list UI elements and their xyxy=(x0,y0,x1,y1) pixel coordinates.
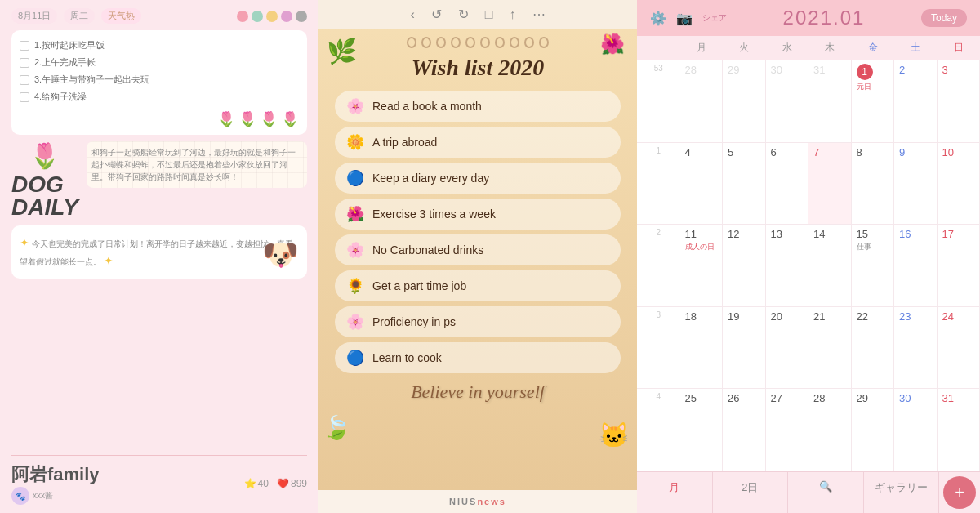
family-sub: 🐾 xxx酱 xyxy=(11,487,100,505)
believe-text: Believe in yourself xyxy=(335,381,621,403)
cal-day-jan6[interactable]: 6 xyxy=(766,143,809,225)
color-dots xyxy=(237,11,307,22)
calendar-grid: 月 火 水 木 金 土 日 53 28 29 30 31 1 元日 2 3 xyxy=(637,36,980,471)
footer-btn-gallery[interactable]: ギャラリー xyxy=(864,472,940,513)
cal-icons: ⚙️ 📷 シェア xyxy=(650,11,727,26)
family-section: 阿岩family 🐾 xxx酱 ⭐ 40 ❤️ 899 xyxy=(11,455,307,505)
wishlist-content: 🌿 🌺 🍃 🐱 Wish list 2020 🌸 Read a book a m… xyxy=(318,29,637,490)
cal-day-jan29[interactable]: 29 xyxy=(852,389,895,471)
cal-day-jan17[interactable]: 17 xyxy=(938,225,981,306)
left-panel: 8月11日 周二 天气热 1.按时起床吃早饭 2.上午完成手帐 3.午睡主与带狗… xyxy=(0,0,318,513)
checklist-item-3[interactable]: 3.午睡主与带狗子一起出去玩 xyxy=(20,71,299,88)
wish-text-5: No Carbonated drinks xyxy=(372,243,483,256)
cal-day-jan4[interactable]: 4 xyxy=(680,143,724,225)
nius-footer: NIUSnews xyxy=(318,490,637,513)
wish-icon-8: 🔵 xyxy=(346,349,364,367)
search-icon: 🔍 xyxy=(819,480,832,493)
cal-day-jan11[interactable]: 11 成人の日 xyxy=(680,225,724,306)
wish-icon-2: 🌼 xyxy=(346,133,364,151)
spiral-top xyxy=(335,37,621,48)
spiral-ring xyxy=(407,37,416,48)
spiral-ring xyxy=(510,37,519,48)
action-icon-1[interactable]: ↺ xyxy=(431,7,442,22)
cal-week-4: 3 18 19 20 21 22 23 24 xyxy=(637,307,980,390)
cal-day-jan23[interactable]: 23 xyxy=(894,307,938,389)
cal-day-jan12[interactable]: 12 xyxy=(723,225,766,306)
calendar-footer: 月 2日 🔍 ギャラリー + xyxy=(637,471,980,513)
checklist-item-2[interactable]: 2.上午完成手帐 xyxy=(20,54,299,71)
cal-day-jan25[interactable]: 25 xyxy=(680,389,724,471)
cal-day-dec31[interactable]: 31 xyxy=(808,60,852,142)
calendar-header: ⚙️ 📷 シェア 2021.01 Today xyxy=(637,0,980,36)
wish-items: 🌸 Read a book a month 🌼 A trip abroad 🔵 … xyxy=(335,91,621,373)
cal-day-dec30[interactable]: 30 xyxy=(766,60,809,142)
add-button[interactable]: + xyxy=(943,476,976,509)
middle-panel: ‹ ↺ ↻ □ ↑ ⋯ 🌿 🌺 🍃 🐱 Wish list 2020 🌸 xyxy=(318,0,637,513)
cal-day-jan8[interactable]: 8 xyxy=(852,143,895,225)
cal-day-jan13[interactable]: 13 xyxy=(766,225,809,306)
share-icon[interactable]: 📷 xyxy=(676,11,693,26)
action-icon-2[interactable]: ↻ xyxy=(458,7,469,22)
dog-character: 🐶 xyxy=(262,231,299,279)
checkbox-1[interactable] xyxy=(20,41,29,51)
week-num-2: 2 xyxy=(637,225,680,306)
cal-day-jan10[interactable]: 10 xyxy=(938,143,981,225)
footer-btn-search[interactable]: 🔍 xyxy=(788,472,864,513)
cal-day-jan15[interactable]: 15 仕事 xyxy=(852,225,895,306)
cal-day-jan26[interactable]: 26 xyxy=(723,389,766,471)
cal-day-jan21[interactable]: 21 xyxy=(808,307,852,389)
heart-stat: ❤️ 899 xyxy=(277,478,307,489)
cal-day-dec28[interactable]: 28 xyxy=(680,60,724,142)
action-icon-4[interactable]: ↑ xyxy=(510,7,516,22)
color-dot-5 xyxy=(296,11,307,22)
checklist-item-1[interactable]: 1.按时起床吃早饭 xyxy=(20,37,299,54)
footer-btn-2day[interactable]: 2日 xyxy=(713,472,789,513)
cal-day-jan31[interactable]: 31 xyxy=(938,389,981,471)
wish-item-8: 🔵 Learn to cook xyxy=(335,342,621,373)
cal-day-jan19[interactable]: 19 xyxy=(723,307,766,389)
cal-day-jan5[interactable]: 5 xyxy=(723,143,766,225)
cal-day-jan24[interactable]: 24 xyxy=(938,307,981,389)
cal-day-jan7[interactable]: 7 xyxy=(808,143,852,225)
share-label: シェア xyxy=(702,12,727,24)
spiral-ring xyxy=(495,37,505,48)
checkbox-2[interactable] xyxy=(20,58,29,68)
back-icon[interactable]: ‹ xyxy=(411,7,415,22)
flower-deco-2: 🌺 xyxy=(600,33,625,56)
heart-count: 899 xyxy=(291,478,307,489)
cal-day-jan3[interactable]: 3 xyxy=(938,60,981,142)
sparkle-icon: ✦ xyxy=(20,236,29,249)
cal-day-jan1[interactable]: 1 元日 xyxy=(852,60,895,142)
color-dot-3 xyxy=(266,11,278,22)
footer-btn-month[interactable]: 月 xyxy=(637,472,713,513)
spiral-ring xyxy=(436,37,446,48)
cal-day-jan2[interactable]: 2 xyxy=(894,60,938,142)
cal-day-jan9[interactable]: 9 xyxy=(894,143,938,225)
checkbox-4[interactable] xyxy=(20,92,29,102)
cal-day-jan20[interactable]: 20 xyxy=(766,307,809,389)
star-count: 40 xyxy=(258,478,269,489)
cal-day-dec29[interactable]: 29 xyxy=(723,60,766,142)
settings-icon[interactable]: ⚙️ xyxy=(650,11,666,26)
action-icon-3[interactable]: □ xyxy=(485,7,493,22)
wish-text-2: A trip abroad xyxy=(372,136,437,149)
cal-day-jan18[interactable]: 18 xyxy=(680,307,724,389)
checkbox-3[interactable] xyxy=(20,75,29,85)
news-text: news xyxy=(477,497,506,506)
wish-icon-3: 🔵 xyxy=(346,169,364,187)
today-button[interactable]: Today xyxy=(921,9,967,27)
checklist-item-4[interactable]: 4.给狗子洗澡 xyxy=(20,88,299,105)
spiral-ring xyxy=(466,37,475,48)
family-info: 阿岩family 🐾 xxx酱 xyxy=(11,462,100,505)
checklist-box: 1.按时起床吃早饭 2.上午完成手帐 3.午睡主与带狗子一起出去玩 4.给狗子洗… xyxy=(11,30,307,135)
weekday-thu: 木 xyxy=(808,36,852,60)
cal-week-2: 1 4 5 6 7 8 9 10 xyxy=(637,143,980,225)
cal-day-jan28[interactable]: 28 xyxy=(808,389,852,471)
cal-day-jan27[interactable]: 27 xyxy=(766,389,809,471)
action-icon-5[interactable]: ⋯ xyxy=(532,7,546,22)
cal-day-jan22[interactable]: 22 xyxy=(852,307,895,389)
cal-day-jan14[interactable]: 14 xyxy=(808,225,852,306)
cal-day-jan16[interactable]: 16 xyxy=(894,225,938,306)
cal-weeks: 53 28 29 30 31 1 元日 2 3 1 4 5 6 7 8 xyxy=(637,60,980,471)
cal-day-jan30[interactable]: 30 xyxy=(894,389,938,471)
